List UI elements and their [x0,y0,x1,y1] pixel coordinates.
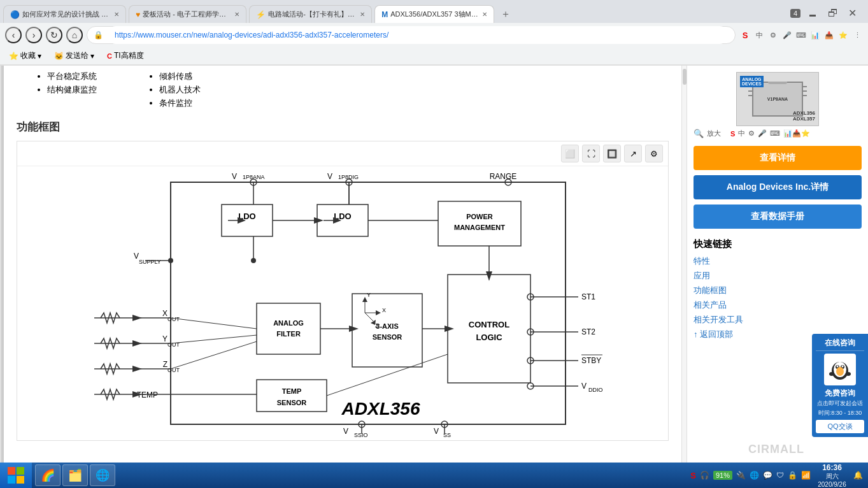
bookmark-collections[interactable]: ⭐ 收藏 ▾ [5,49,45,62]
maximize-button[interactable]: 🗗 [825,6,841,20]
quick-link-related-products[interactable]: 相关产品 [694,299,862,311]
notification-icon[interactable]: 🔔 [853,471,863,480]
shield-tray-icon[interactable]: 🛡 [776,471,784,480]
bookmark-send[interactable]: 🐱 发送给 ▾ [50,49,98,62]
scrollbar-thumb[interactable] [683,69,687,85]
svg-line-52 [171,318,257,329]
svg-line-61 [327,354,448,396]
view-details-button[interactable]: 查看详情 [694,146,862,170]
return-top-link[interactable]: ↑ 返回顶部 [694,329,733,339]
battery-tray-icon: 91% [713,471,732,480]
taskbar-clock[interactable]: 16:36 周六 2020/9/26 [815,463,850,488]
taskbar-app-explorer[interactable]: 🗂️ [62,464,88,486]
qq-penguin-icon [827,357,853,382]
qq-free-label: 免费咨询 [816,388,864,399]
main-page-area: 平台稳定系统 结构健康监控 倾斜传感 机器人技术 条件监控 功能框图 ⬜ ⛶ 🔲 [4,66,681,463]
chip-pin-l3 [748,95,752,96]
mic-icon[interactable]: 🎤 [781,29,793,41]
tab-4-close[interactable]: ✕ [482,11,487,18]
magnify-icon[interactable]: 🔍 [694,129,704,138]
taskbar-app-ball[interactable]: 🌈 [35,464,60,486]
back-button[interactable]: ‹ [5,27,22,43]
svg-rect-29 [257,303,320,354]
feature-item-5: 条件监控 [159,97,201,109]
headphone-icon[interactable]: 🎧 [700,471,709,480]
ext5-icon[interactable]: 📊 [809,29,821,41]
new-tab-button[interactable]: ＋ [497,5,515,23]
bookmark-ti[interactable]: C TI高精度 [103,49,148,62]
qq-talk-button[interactable]: QQ交谈 [816,420,864,433]
home-button[interactable]: ⌂ [66,27,83,43]
browser-tab-2[interactable]: ♥ 爱板活动 - 电子工程师学习交流... ✕ [129,5,246,23]
quick-link-diagram[interactable]: 功能框图 [694,285,862,296]
ext7-icon[interactable]: ⭐ [837,29,849,41]
qq-tray-icon[interactable]: 💬 [763,471,772,480]
vsupply-label: V [134,252,139,261]
sohu-tray-icon[interactable]: S [690,471,696,480]
xout-label: X [162,309,167,318]
svg-point-23 [251,258,256,263]
quick-link-dev-tools[interactable]: 相关开发工具 [694,314,862,326]
diagram-btn-settings[interactable]: ⚙ [645,145,663,162]
diagram-btn-expand[interactable]: ⛶ [582,145,600,162]
vddio-sub: DDIO [588,387,603,393]
diagram-btn-square[interactable]: ⬜ [561,145,579,162]
v1p8ana-sub: 1P8ANA [243,174,265,180]
browser-tab-1[interactable]: 🔵 如何应对常见的设计挑战 &... ✕ [3,5,126,23]
ext3-icon[interactable]: ⚙ [767,29,779,41]
svg-line-53 [171,335,257,343]
signal-icon: 📶 [801,471,811,480]
clock-day: 周六 [815,472,850,481]
quick-link-features[interactable]: 特性 [694,255,862,267]
diagram-btn-share[interactable]: ↗ [624,145,642,162]
keyboard-icon[interactable]: ⌨ [795,29,807,41]
start-button[interactable] [0,463,32,488]
y-axis-label: Y [367,292,371,298]
tab-1-close[interactable]: ✕ [114,11,119,18]
taskbar: 🌈 🗂️ 🌐 S 🎧 91% 🔌 🌐 💬 🛡 🔒 📶 16:36 周六 2020… [0,463,868,488]
diagram-btn-grid[interactable]: 🔲 [603,145,621,162]
svg-point-71 [846,372,851,376]
svg-marker-9 [132,340,142,347]
sensor-label2: SENSOR [373,333,402,341]
circuit-svg: V 1P8ANA V 1P8DIG RANGE V SUPPLY [75,169,610,437]
close-button[interactable]: ✕ [845,6,860,20]
chip-pin-r1 [803,86,807,87]
st1-label: ST1 [581,292,595,301]
sohu-icon[interactable]: S [739,29,751,41]
vssio-label: V [343,427,348,436]
minimize-button[interactable]: 🗕 [804,6,821,20]
power-mgmt-label2: MANAGEMENT [454,224,505,231]
adi-details-button[interactable]: Analog Devices Inc.详情 [694,175,862,199]
browser-tab-3[interactable]: ⚡ 电路城活动-【打卡有礼】打卡正... ✕ [249,5,372,23]
antivirus-icon[interactable]: 🔒 [788,471,797,480]
address-input[interactable] [107,26,729,44]
browser-tab-4[interactable]: M ADXL356/ADXL357 3轴MEMS... ✕ [374,5,494,23]
feature-item-1: 平台稳定系统 [47,71,97,82]
x-axis-label: X [382,307,386,313]
network-tray-icon[interactable]: 🌐 [750,471,759,480]
tab-3-close[interactable]: ✕ [360,11,365,18]
svg-marker-7 [132,315,142,321]
forward-button[interactable]: › [25,27,42,43]
range-label: RANGE [490,172,517,181]
tab-2-close[interactable]: ✕ [234,11,239,18]
icons-row: 📊📥⭐ [783,129,810,138]
refresh-button[interactable]: ↻ [46,27,62,43]
ext6-icon[interactable]: 📥 [823,29,835,41]
svg-point-70 [829,372,834,376]
page-inner: 平台稳定系统 结构健康监控 倾斜传感 机器人技术 条件监控 功能框图 ⬜ ⛶ 🔲 [4,66,681,441]
datasheet-button[interactable]: 查看数据手册 [694,205,862,229]
translate-icon[interactable]: 中 [753,29,765,41]
page-content-area: 平台稳定系统 结构健康监控 倾斜传感 机器人技术 条件监控 功能框图 ⬜ ⛶ 🔲 [0,66,868,463]
feature-item-4: 机器人技术 [159,84,201,96]
analog-filter-label2: FILTER [276,330,301,338]
taskbar-app-browser[interactable]: 🌐 [90,464,115,486]
quick-link-applications[interactable]: 应用 [694,270,862,282]
product-chip-image: V1P8ANA ANALOGDEVICES ADXL356ADXL357 [736,72,819,126]
model-numbers: ADXL356ADXL357 [793,110,815,122]
circuit-diagram-area: V 1P8ANA V 1P8DIG RANGE V SUPPLY [17,166,668,440]
menu-icon[interactable]: ⋮ [851,29,863,41]
page-scrollbar[interactable] [681,66,687,463]
adi-logo: ANALOGDEVICES [740,76,764,87]
